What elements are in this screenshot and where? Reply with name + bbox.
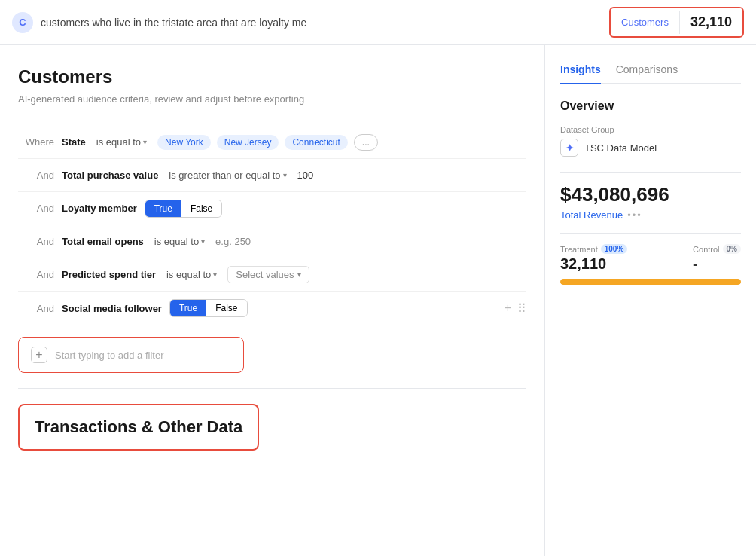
overview-section: Overview Dataset Group ✦ TSC Data Model … <box>560 99 741 285</box>
email-placeholder[interactable]: e.g. 250 <box>215 236 251 247</box>
tab-row: Insights Comparisons <box>560 63 741 84</box>
social-true-btn[interactable]: True <box>170 300 206 316</box>
row-label-and-2: And <box>18 203 54 214</box>
page-subtitle: AI-generated audience criteria, review a… <box>18 93 526 105</box>
treatment-col: Treatment 100% 32,110 <box>560 244 627 273</box>
right-panel: Insights Comparisons Overview Dataset Gr… <box>545 45 756 556</box>
state-tags: New York New Jersey Connecticut ... <box>157 134 378 151</box>
operator-btn-state[interactable]: is equal to ▾ <box>93 135 150 149</box>
operator-btn-spend[interactable]: is equal to ▾ <box>163 267 220 282</box>
tag-new-jersey[interactable]: New Jersey <box>217 135 279 150</box>
avatar: C <box>12 12 33 33</box>
dataset-icon: ✦ <box>560 139 578 157</box>
row-label-and-3: And <box>18 236 54 247</box>
add-filter-box[interactable]: + Start typing to add a filter <box>18 337 244 373</box>
add-filter-icon: + <box>31 347 47 363</box>
tab-comparisons[interactable]: Comparisons <box>616 63 678 84</box>
field-spend: Predicted spend tier <box>62 269 156 280</box>
revenue-label: Total Revenue ••• <box>560 209 741 221</box>
customers-label: Customers <box>611 11 680 34</box>
dataset-label: Dataset Group <box>560 125 741 134</box>
filter-row-email: And Total email opens is equal to ▾ e.g.… <box>18 225 526 258</box>
control-label: Control 0% <box>693 244 741 254</box>
social-false-btn[interactable]: False <box>206 300 246 316</box>
dataset-group: ✦ TSC Data Model <box>560 139 741 157</box>
field-state: State <box>62 136 86 148</box>
control-col: Control 0% - <box>693 244 741 273</box>
filter-row-purchase: And Total purchase value is greater than… <box>18 159 526 192</box>
progress-fill <box>560 279 741 285</box>
progress-bar <box>560 279 741 285</box>
row-actions[interactable]: + ⠿ <box>505 301 526 316</box>
field-loyalty: Loyalty member <box>62 203 137 214</box>
customers-count: 32,110 <box>680 8 742 36</box>
filter-row-state: Where State is equal to ▾ New York New J… <box>18 126 526 159</box>
dataset-name: TSC Data Model <box>584 142 657 154</box>
filter-row-loyalty: And Loyalty member True False <box>18 192 526 225</box>
loyalty-false-btn[interactable]: False <box>181 200 221 217</box>
divider-line-1 <box>560 172 741 173</box>
field-purchase: Total purchase value <box>62 170 158 181</box>
divider-line-2 <box>560 233 741 234</box>
row-label-and-1: And <box>18 170 54 181</box>
section-divider <box>18 388 526 389</box>
add-filter-placeholder: Start typing to add a filter <box>55 350 164 361</box>
tab-insights[interactable]: Insights <box>560 63 601 84</box>
page-title: Customers <box>18 66 526 87</box>
filter-row-social: And Social media follower True False + ⠿ <box>18 292 526 325</box>
transactions-section[interactable]: Transactions & Other Data <box>18 404 259 451</box>
drag-action-icon[interactable]: ⠿ <box>517 301 526 316</box>
social-bool-group: True False <box>169 299 248 317</box>
query-text: customers who live in the tristate area … <box>41 17 306 29</box>
treatment-badge: 100% <box>601 244 628 254</box>
treatment-label: Treatment 100% <box>560 244 627 254</box>
top-bar: C customers who live in the tristate are… <box>0 0 756 45</box>
overview-title: Overview <box>560 99 741 113</box>
main-layout: Customers AI-generated audience criteria… <box>0 45 756 556</box>
filter-section: Where State is equal to ▾ New York New J… <box>18 126 526 325</box>
row-label-and-4: And <box>18 269 54 280</box>
operator-btn-email[interactable]: is equal to ▾ <box>151 234 208 249</box>
row-label-and-5: And <box>18 303 54 314</box>
tag-more[interactable]: ... <box>354 134 378 151</box>
select-values-btn[interactable]: Select values ▾ <box>227 266 309 283</box>
top-bar-left: C customers who live in the tristate are… <box>12 12 306 33</box>
plus-action-icon[interactable]: + <box>505 301 511 316</box>
control-value: - <box>693 255 741 273</box>
loyalty-bool-group: True False <box>145 200 223 218</box>
row-label-where: Where <box>18 136 54 148</box>
tag-connecticut[interactable]: Connecticut <box>285 135 347 150</box>
left-panel: Customers AI-generated audience criteria… <box>0 45 545 556</box>
loyalty-true-btn[interactable]: True <box>145 200 181 217</box>
field-social: Social media follower <box>62 303 162 314</box>
transactions-title: Transactions & Other Data <box>35 417 242 436</box>
customers-badge[interactable]: Customers 32,110 <box>609 7 744 38</box>
revenue-amount: $43,080,696 <box>560 183 741 206</box>
operator-btn-purchase[interactable]: is greater than or equal to ▾ <box>166 168 289 182</box>
revenue-dots[interactable]: ••• <box>627 209 642 221</box>
filter-row-spend: And Predicted spend tier is equal to ▾ S… <box>18 258 526 292</box>
treatment-control: Treatment 100% 32,110 Control 0% - <box>560 244 741 273</box>
field-email: Total email opens <box>62 236 144 247</box>
tag-new-york[interactable]: New York <box>157 135 211 150</box>
control-badge: 0% <box>723 244 741 254</box>
treatment-value: 32,110 <box>560 255 627 273</box>
purchase-value: 100 <box>297 170 314 181</box>
